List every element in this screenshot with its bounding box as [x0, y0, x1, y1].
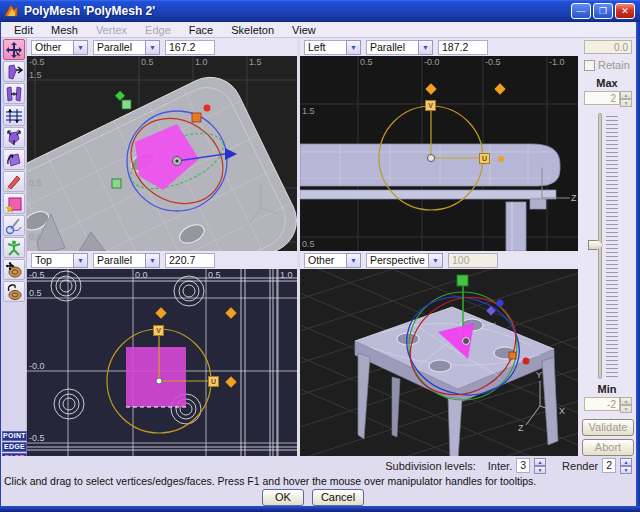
inter-label: Inter.	[488, 460, 512, 472]
render-label: Render	[562, 460, 598, 472]
viewport3-zoom-field[interactable]: 220.7	[165, 253, 215, 268]
ruler-label: 0.5	[29, 178, 42, 188]
viewport3-header: Top ▼ Parallel ▼ 220.7	[27, 251, 297, 269]
viewport1-projection-select[interactable]: Parallel ▼	[93, 40, 160, 55]
status-bar: Click and drag to select vertices/edges/…	[0, 475, 640, 488]
axis-y-label: Y	[534, 156, 540, 166]
ruler-label: 0.0	[135, 270, 148, 280]
viewport3-projection-select[interactable]: Parallel ▼	[93, 253, 160, 268]
viewport1-view-select[interactable]: Other ▼	[31, 40, 88, 55]
menu-skeleton[interactable]: Skeleton	[222, 23, 283, 37]
manipulator-v-handle[interactable]: V	[153, 325, 164, 336]
max-value: 2	[584, 91, 620, 105]
viewport-top[interactable]: -0.5 0.0 0.5 1.0 0.5 -0.0 -0.5 V U	[27, 269, 297, 456]
dropdown-icon[interactable]: ▼	[346, 253, 361, 268]
knife-tool-icon[interactable]	[3, 171, 25, 192]
dropdown-icon[interactable]: ▼	[428, 253, 443, 268]
spin-up-icon: ▲	[620, 397, 632, 405]
manipulator-u-handle[interactable]: U	[208, 376, 219, 387]
maximize-button[interactable]: ❐	[593, 3, 613, 19]
viewport2-projection-select[interactable]: Parallel ▼	[366, 40, 433, 55]
inter-value[interactable]: 3	[516, 458, 530, 473]
viewport3-view-select[interactable]: Top ▼	[31, 253, 88, 268]
spin-down-icon: ▼	[620, 405, 632, 413]
window-border-right	[636, 22, 640, 506]
extrude-tool-icon[interactable]	[3, 61, 25, 82]
spin-down-icon[interactable]: ▼	[534, 466, 546, 474]
spin-down-icon[interactable]: ▼	[620, 466, 632, 474]
viewport-shaded[interactable]: -0.5 0.5 1.0 1.5 1.5 0.5 0.0 Y X Z	[27, 56, 297, 251]
dropdown-icon[interactable]: ▼	[73, 253, 88, 268]
window-border-bottom	[0, 506, 640, 512]
minimize-button[interactable]: —	[571, 3, 591, 19]
ruler-label: 0.5	[360, 57, 373, 67]
move-select-tool-icon[interactable]	[3, 39, 25, 60]
dropdown-icon[interactable]: ▼	[145, 40, 160, 55]
slider-ticks	[606, 113, 618, 379]
subdivision-row: Subdivision levels: Inter. 3 ▲▼ Render 2…	[0, 456, 636, 475]
dropdown-icon[interactable]: ▼	[73, 40, 88, 55]
app-icon	[4, 4, 19, 18]
ruler-label: -0.5	[485, 57, 501, 67]
lasso-rope-tool-icon[interactable]	[3, 281, 25, 302]
viewport1-zoom-field[interactable]: 167.2	[165, 40, 215, 55]
menu-edit[interactable]: Edit	[5, 23, 42, 37]
spin-up-icon[interactable]: ▲	[534, 458, 546, 466]
dropdown-icon[interactable]: ▼	[346, 40, 361, 55]
dropdown-icon[interactable]: ▼	[145, 253, 160, 268]
ruler-label: -1.0	[549, 57, 565, 67]
viewport-perspective[interactable]: Y X Z	[300, 269, 578, 456]
ok-button[interactable]: OK	[262, 489, 304, 506]
retain-label: Retain	[598, 59, 630, 71]
render-spinner[interactable]: ▲▼	[620, 458, 632, 473]
menu-mesh[interactable]: Mesh	[42, 23, 87, 37]
viewport2-header: Left ▼ Parallel ▼ 187.2	[300, 38, 578, 56]
turn-edge-tool-icon[interactable]	[3, 149, 25, 170]
manipulator-u-handle[interactable]: U	[479, 153, 490, 164]
viewport-left[interactable]: 0.5 -0.0 -0.5 -1.0 1.5 0.5 V U Y Z	[300, 56, 578, 251]
menu-face[interactable]: Face	[180, 23, 222, 37]
axis-z-label: Z	[571, 193, 577, 203]
create-face-tool-icon[interactable]	[3, 193, 25, 214]
axis-y-label: Y	[536, 370, 542, 380]
viewport4-projection-select[interactable]: Perspective ▼	[366, 253, 443, 268]
viewport4-view-select[interactable]: Other ▼	[304, 253, 361, 268]
title-bar[interactable]: PolyMesh 'PolyMesh 2' — ❐ ✕	[0, 0, 640, 22]
stitch-tool-icon[interactable]	[3, 215, 25, 236]
viewport4-header: Other ▼ Perspective ▼ 100	[300, 251, 578, 269]
bridge-edges-tool-icon[interactable]	[3, 105, 25, 126]
edge-mode-button[interactable]: EDGE	[2, 442, 27, 452]
cancel-button[interactable]: Cancel	[312, 489, 364, 506]
retain-checkbox	[584, 60, 595, 71]
axis-x-label: X	[281, 208, 287, 218]
ruler-label: -0.0	[424, 57, 440, 67]
menu-vertex: Vertex	[87, 23, 136, 37]
ruler-label: 0.5	[29, 288, 42, 298]
grab-rope-tool-icon[interactable]	[3, 259, 25, 280]
axis-z-label: Z	[239, 224, 245, 234]
dropdown-icon[interactable]: ▼	[418, 40, 433, 55]
inter-spinner[interactable]: ▲▼	[534, 458, 546, 473]
viewport2-zoom-field[interactable]: 187.2	[438, 40, 488, 55]
spin-up-icon[interactable]: ▲	[620, 458, 632, 466]
viewport2-view-select[interactable]: Left ▼	[304, 40, 361, 55]
ruler-label: 0.5	[302, 239, 315, 249]
close-button[interactable]: ✕	[615, 3, 635, 19]
subdivision-label: Subdivision levels:	[385, 460, 476, 472]
min-value: -2	[584, 397, 620, 411]
pose-skeleton-tool-icon[interactable]	[3, 237, 25, 258]
render-value[interactable]: 2	[602, 458, 616, 473]
weld-tool-icon[interactable]	[3, 83, 25, 104]
max-label: Max	[578, 77, 636, 89]
ruler-label: 1.0	[195, 57, 208, 67]
abort-button: Abort	[582, 439, 634, 456]
manipulator-v-handle[interactable]: V	[425, 100, 436, 111]
split-tool-icon[interactable]	[3, 127, 25, 148]
point-mode-button[interactable]: POINT	[2, 431, 27, 441]
min-label: Min	[578, 383, 636, 395]
spin-down-icon: ▼	[620, 99, 632, 107]
ruler-label: -0.5	[29, 433, 45, 443]
validate-button: Validate	[582, 419, 634, 436]
spin-up-icon: ▲	[620, 91, 632, 99]
menu-view[interactable]: View	[283, 23, 325, 37]
